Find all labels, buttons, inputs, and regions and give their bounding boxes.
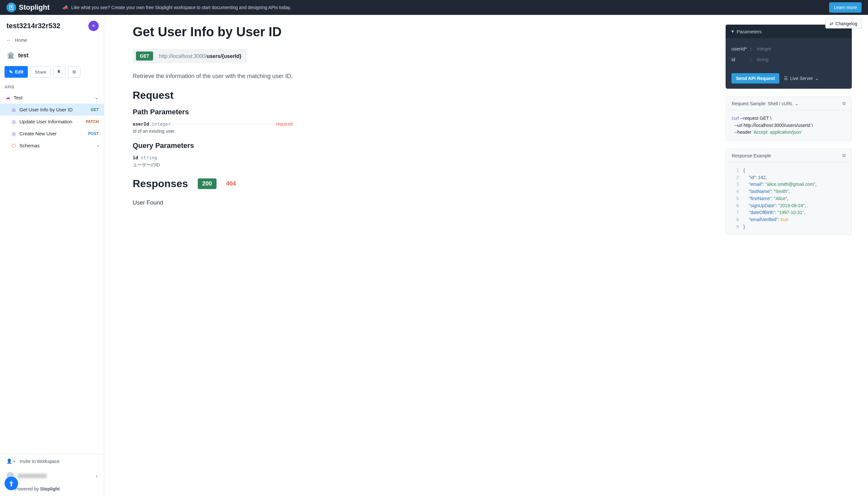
cloud-icon: ☁	[5, 95, 10, 100]
method-badge: GET	[136, 51, 153, 61]
server-dropdown[interactable]: ☰ Live Server ⌄	[784, 76, 819, 81]
chevron-down-icon: ⌄	[815, 76, 819, 81]
share-button[interactable]: Share	[30, 66, 50, 78]
query-param-id: id string ユーザーのID	[133, 155, 293, 168]
apis-section-label: APIS	[0, 83, 104, 91]
gear-icon: ⚙	[72, 69, 76, 75]
server-icon: ☰	[784, 76, 788, 81]
main-content: ⇄ Changelog Get User Info by User ID GET…	[104, 15, 868, 496]
copy-icon[interactable]: ⧉	[842, 101, 846, 106]
back-arrow-icon: ←	[6, 37, 11, 43]
pencil-icon: ✎	[9, 69, 13, 75]
workspace-name: test3214r32r532	[6, 22, 60, 30]
svg-point-2	[11, 7, 12, 8]
parameters-panel: ▾ Parameters userId*:integer id:string S…	[726, 25, 852, 89]
target-icon: ◎	[11, 131, 16, 136]
response-404-tab[interactable]: 404	[226, 180, 236, 187]
target-icon: ◎	[11, 119, 16, 124]
schema-icon: ⬡	[11, 143, 16, 148]
svg-point-3	[11, 481, 12, 482]
pin-icon	[57, 69, 62, 74]
chevron-down-icon: ⌄	[795, 101, 799, 106]
invite-workspace[interactable]: 👤＋ Invite to Workspace	[0, 454, 104, 468]
chevron-right-icon: ›	[97, 143, 99, 148]
megaphone-icon: 📣	[62, 5, 68, 10]
responses-heading: Responses	[133, 178, 188, 190]
project-row[interactable]: 🏛️ test	[0, 47, 104, 63]
try-param-id[interactable]: id:string	[731, 54, 846, 65]
endpoint-update-user[interactable]: ◎ Update User Information PATCH	[0, 115, 104, 127]
changelog-button[interactable]: ⇄ Changelog	[825, 19, 862, 29]
stoplight-logo-icon	[6, 3, 16, 12]
request-sample-code: curl --request GET \ --url http://localh…	[726, 110, 852, 140]
svg-point-1	[11, 6, 12, 7]
response-example-code: 1{ 2 "id": 142, 3 "email": "alice.smith@…	[726, 162, 852, 235]
path-param-userId: userId integer required Id of an existin…	[133, 121, 293, 134]
swap-icon: ⇄	[830, 21, 833, 26]
brand-logo: Stoplight	[6, 3, 49, 12]
endpoint-get-user[interactable]: ◎ Get User Info by User ID GET	[0, 104, 104, 115]
learn-more-button[interactable]: Learn more	[829, 2, 862, 13]
pin-button[interactable]	[53, 66, 65, 78]
edit-button[interactable]: ✎ Edit	[4, 66, 28, 78]
path-params-heading: Path Parameters	[133, 108, 293, 116]
request-sample-label[interactable]: Request Sample: Shell / cURL	[732, 101, 793, 106]
response-example-label: Response Example	[732, 153, 771, 158]
response-example-panel: Response Example ⧉ 1{ 2 "id": 142, 3 "em…	[726, 149, 852, 235]
settings-button[interactable]: ⚙	[68, 66, 80, 78]
send-api-request-button[interactable]: Send API Request	[731, 73, 779, 83]
target-icon: ◎	[11, 107, 16, 112]
project-icon: 🏛️	[6, 51, 15, 60]
copy-icon[interactable]: ⧉	[842, 153, 846, 158]
top-banner: Stoplight 📣 Like what you see? Create yo…	[0, 0, 868, 15]
user-name-redacted	[17, 474, 47, 478]
request-heading: Request	[133, 89, 293, 101]
user-plus-icon: 👤＋	[6, 459, 16, 464]
home-link[interactable]: ← Home	[0, 34, 104, 47]
request-sample-panel: Request Sample: Shell / cURL ⌄ ⧉ curl --…	[726, 96, 852, 141]
query-params-heading: Query Parameters	[133, 141, 293, 150]
endpoint-url: http://localhost:3000/users/{userId}	[159, 53, 241, 59]
api-root[interactable]: ☁ Test ⌄	[0, 91, 104, 104]
chevron-down-icon: ⌄	[95, 95, 99, 100]
caret-down-icon: ▾	[731, 29, 734, 34]
response-200-tab[interactable]: 200	[198, 179, 217, 189]
endpoint-create-user[interactable]: ◎ Create New User POST	[0, 127, 104, 140]
sidebar: test3214r32r532 + ← Home 🏛️ test ✎ Edit …	[0, 15, 104, 496]
add-button[interactable]: +	[88, 21, 99, 31]
accessibility-icon	[8, 480, 15, 487]
response-title: User Found	[133, 199, 293, 206]
chevron-right-icon: ›	[96, 473, 97, 479]
schemas-row[interactable]: ⬡ Schemas ›	[0, 140, 104, 152]
endpoint-box: GET http://localhost:3000/users/{userId}	[133, 49, 247, 63]
page-title: Get User Info by User ID	[133, 25, 293, 39]
banner-message: 📣 Like what you see? Create your own fre…	[62, 5, 291, 10]
endpoint-description: Retrieve the information of the user wit…	[133, 73, 293, 80]
try-param-userId[interactable]: userId*:integer	[731, 43, 846, 54]
accessibility-button[interactable]	[4, 477, 18, 490]
